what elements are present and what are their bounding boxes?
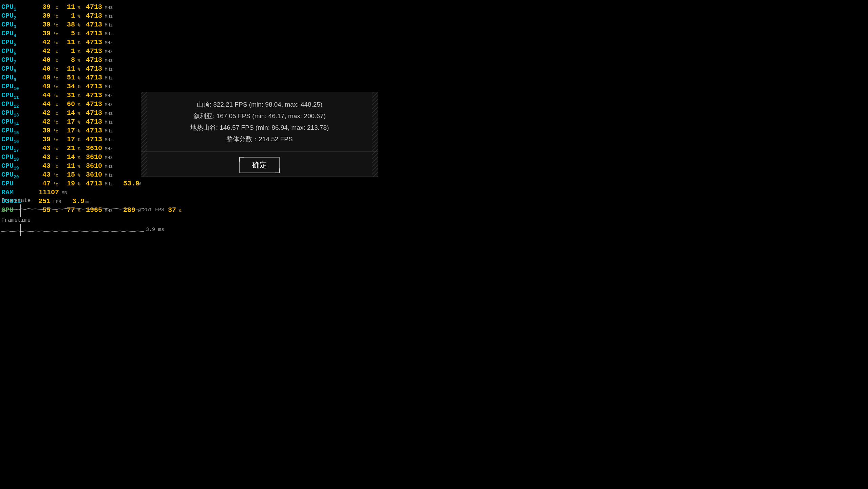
cpu-temp-12: 44	[32, 100, 51, 109]
cpu-mhz-8: 4713	[82, 65, 102, 73]
cpu-mhz-unit-6: MHz	[102, 48, 115, 56]
cpu-pct-unit-8: %	[75, 65, 82, 74]
cpu-pct-7: 8	[58, 56, 75, 65]
cpu-pct-unit-2: %	[75, 12, 82, 21]
cpu-total-pct-unit: %	[75, 180, 82, 189]
cpu-temp-unit-18: °C	[51, 153, 58, 162]
cpu-mhz-unit-3: MHz	[102, 21, 115, 30]
cpu-total-row: CPU 47 °C 19 % 4713 MHz 53.9 W	[1, 179, 183, 188]
cpu-mhz-unit-20: MHz	[102, 171, 115, 180]
cpu-total-w: 53.9	[115, 179, 135, 188]
cpu-total-temp-unit: °C	[51, 180, 58, 189]
cpu-mhz-unit-12: MHz	[102, 101, 115, 109]
cpu-mhz-unit-15: MHz	[102, 127, 115, 136]
cpu-temp-unit-5: °C	[51, 39, 58, 48]
cpu-pct-unit-6: %	[75, 48, 82, 56]
cpu-pct-unit-1: %	[75, 3, 82, 12]
cpu-temp-10: 49	[32, 82, 51, 91]
cpu-mhz-19: 3610	[82, 162, 102, 170]
ram-label: RAM	[1, 188, 32, 197]
cpu-mhz-unit-4: MHz	[102, 30, 115, 39]
cpu-temp-unit-6: °C	[51, 48, 58, 56]
frametime-graph	[1, 224, 144, 236]
cpu-mhz-5: 4713	[82, 38, 102, 47]
cpu-temp-17: 43	[32, 144, 51, 153]
cpu-mhz-unit-2: MHz	[102, 12, 115, 21]
cpu-mhz-9: 4713	[82, 73, 102, 82]
cpu-row-3: CPU3 39 °C 38 % 4713 MHz	[1, 20, 183, 29]
cpu-pct-13: 14	[58, 109, 75, 117]
cpu-mhz-11: 4713	[82, 91, 102, 100]
cpu-temp-unit-11: °C	[51, 92, 58, 101]
cpu-row-2: CPU2 39 °C 1 % 4713 MHz	[1, 12, 183, 20]
cpu-total-mhz-unit: MHz	[102, 180, 115, 189]
cpu-mhz-13: 4713	[82, 109, 102, 117]
dialog-hatch-left	[141, 92, 147, 177]
cpu-row-5: CPU5 42 °C 11 % 4713 MHz	[1, 38, 183, 47]
cpu-pct-unit-7: %	[75, 56, 82, 65]
cpu-temp-unit-17: °C	[51, 145, 58, 153]
cpu-mhz-6: 4713	[82, 47, 102, 56]
cpu-temp-7: 40	[32, 56, 51, 65]
cpu-pct-10: 34	[58, 82, 75, 91]
cpu-row-10: CPU10 49 °C 34 % 4713 MHz	[1, 82, 183, 91]
cpu-temp-13: 42	[32, 109, 51, 117]
cpu-mhz-3: 4713	[82, 20, 102, 29]
cpu-row-9: CPU9 49 °C 51 % 4713 MHz	[1, 73, 183, 82]
frametime-value: 3.9 ms	[146, 227, 164, 233]
cpu-pct-unit-19: %	[75, 162, 82, 171]
cpu-pct-4: 5	[58, 29, 75, 38]
cpu-pct-9: 51	[58, 73, 75, 82]
cpu-mhz-18: 3610	[82, 153, 102, 162]
cpu-mhz-2: 4713	[82, 12, 102, 20]
cpu-pct-15: 17	[58, 126, 75, 135]
cpu-temp-9: 49	[32, 73, 51, 82]
cpu-pct-2: 1	[58, 12, 75, 20]
cpu-mhz-unit-19: MHz	[102, 162, 115, 171]
cpu-pct-1: 11	[58, 3, 75, 12]
cpu-temp-unit-3: °C	[51, 21, 58, 30]
confirm-button[interactable]: 确定	[239, 157, 280, 173]
result-line-4: 整体分数：214.52 FPS	[151, 133, 368, 145]
cpu-total-mhz: 4713	[82, 179, 102, 188]
framerate-value: 251 FPS	[143, 207, 164, 213]
cpu-temp-8: 40	[32, 65, 51, 73]
cpu-pct-5: 11	[58, 38, 75, 47]
cpu-pct-unit-10: %	[75, 83, 82, 92]
cpu-total-label: CPU	[1, 179, 32, 188]
cpu-row-4: CPU4 39 °C 5 % 4713 MHz	[1, 29, 183, 38]
framerate-label: Framerate	[1, 198, 163, 204]
cpu-temp-5: 42	[32, 38, 51, 47]
ram-mb-unit: MB	[59, 189, 69, 198]
cpu-pct-unit-20: %	[75, 171, 82, 180]
benchmark-dialog: 山顶: 322.21 FPS (min: 98.04, max: 448.25)…	[141, 92, 378, 177]
cpu-temp-16: 39	[32, 135, 51, 144]
cpu-pct-3: 38	[58, 20, 75, 29]
cpu-temp-unit-20: °C	[51, 171, 58, 180]
frametime-section: Frametime 3.9 ms	[0, 217, 163, 236]
cpu-pct-18: 14	[58, 153, 75, 162]
cpu-pct-20: 15	[58, 170, 75, 179]
cpu-pct-unit-4: %	[75, 30, 82, 39]
cpu-mhz-unit-11: MHz	[102, 92, 115, 101]
cpu-temp-3: 39	[32, 20, 51, 29]
cpu-mhz-17: 3610	[82, 144, 102, 153]
cpu-temp-unit-2: °C	[51, 12, 58, 21]
cpu-pct-12: 60	[58, 100, 75, 109]
cpu-temp-4: 39	[32, 29, 51, 38]
cpu-temp-20: 43	[32, 170, 51, 179]
dialog-separator	[141, 151, 378, 151]
cpu-pct-16: 17	[58, 135, 75, 144]
result-line-3: 地热山谷: 146.57 FPS (min: 86.94, max: 213.7…	[151, 122, 368, 133]
cpu-pct-unit-9: %	[75, 74, 82, 83]
cpu-pct-11: 31	[58, 91, 75, 100]
cpu-pct-unit-14: %	[75, 118, 82, 127]
cpu-row-8: CPU8 40 °C 11 % 4713 MHz	[1, 65, 183, 73]
cpu-mhz-10: 4713	[82, 82, 102, 91]
cpu-temp-unit-15: °C	[51, 127, 58, 136]
cpu-pct-unit-15: %	[75, 127, 82, 136]
cpu-pct-unit-12: %	[75, 101, 82, 109]
cpu-temp-unit-12: °C	[51, 101, 58, 109]
cpu-mhz-unit-13: MHz	[102, 109, 115, 118]
cpu-mhz-unit-16: MHz	[102, 136, 115, 145]
